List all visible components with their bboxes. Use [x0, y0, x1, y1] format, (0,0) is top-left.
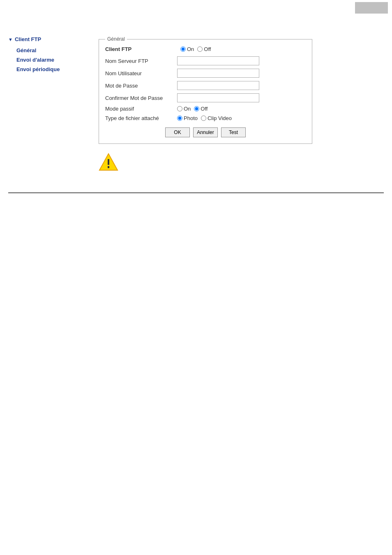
warning-icon: [99, 152, 118, 172]
mode-passif-radio-group: On Off: [177, 106, 208, 112]
type-fichier-row: Type de fichier attaché Photo Clip Video: [105, 115, 306, 121]
nom-utilisateur-row: Nom Utilisateur: [105, 69, 306, 78]
svg-rect-2: [108, 166, 109, 168]
sidebar-section-title-label: Client FTP: [15, 36, 41, 42]
nom-utilisateur-input[interactable]: [177, 69, 259, 78]
sidebar-section-client-ftp[interactable]: ▼ Client FTP: [8, 36, 86, 42]
mot-de-passe-input[interactable]: [177, 81, 259, 90]
confirmer-mot-label: Confirmer Mot de Passe: [105, 95, 177, 101]
client-ftp-label: Client FTP: [105, 46, 177, 52]
arrow-icon: ▼: [8, 37, 13, 42]
mode-passif-on-radio[interactable]: [177, 106, 182, 111]
nom-serveur-row: Nom Serveur FTP: [105, 56, 306, 65]
test-button[interactable]: Test: [221, 127, 246, 137]
main-content: ▼ Client FTP Général Envoi d'alarme Envo…: [0, 16, 392, 188]
client-ftp-off-label[interactable]: Off: [197, 46, 211, 52]
confirmer-mot-row: Confirmer Mot de Passe: [105, 93, 306, 102]
content-panel: Général Client FTP On Off Nom Serve: [86, 24, 388, 180]
client-ftp-on-radio[interactable]: [180, 46, 186, 52]
client-ftp-off-radio[interactable]: [197, 46, 203, 52]
warning-area: [99, 152, 388, 172]
svg-rect-1: [108, 159, 109, 165]
mode-passif-off-text: Off: [201, 106, 208, 112]
type-photo-label[interactable]: Photo: [177, 115, 198, 121]
nom-serveur-input[interactable]: [177, 56, 259, 65]
buttons-row: OK Annuler Test: [105, 127, 306, 137]
client-ftp-on-label[interactable]: On: [180, 46, 194, 52]
mode-passif-row: Mode passif On Off: [105, 106, 306, 112]
sidebar-item-general[interactable]: Général: [8, 46, 86, 55]
mode-passif-label: Mode passif: [105, 106, 177, 112]
general-fieldset: Général Client FTP On Off Nom Serve: [99, 36, 312, 144]
type-clip-label[interactable]: Clip Video: [201, 115, 232, 121]
mode-passif-on-label[interactable]: On: [177, 106, 191, 112]
sidebar: ▼ Client FTP Général Envoi d'alarme Envo…: [8, 36, 86, 180]
type-clip-text: Clip Video: [208, 115, 232, 121]
type-photo-text: Photo: [184, 115, 198, 121]
type-fichier-radio-group: Photo Clip Video: [177, 115, 232, 121]
ok-button[interactable]: OK: [165, 127, 190, 137]
nom-utilisateur-label: Nom Utilisateur: [105, 70, 177, 76]
top-bar: [0, 0, 392, 16]
type-photo-radio[interactable]: [177, 116, 182, 121]
fieldset-legend: Général: [105, 36, 127, 42]
confirmer-mot-input[interactable]: [177, 93, 259, 102]
mot-de-passe-label: Mot de Passe: [105, 83, 177, 89]
client-ftp-on-text: On: [187, 46, 194, 52]
annuler-button[interactable]: Annuler: [193, 127, 218, 137]
mode-passif-off-radio[interactable]: [194, 106, 199, 111]
client-ftp-radio-group: On Off: [180, 46, 211, 52]
mode-passif-off-label[interactable]: Off: [194, 106, 208, 112]
sidebar-item-periodic[interactable]: Envoi périodique: [8, 65, 86, 74]
bottom-divider: [8, 192, 384, 193]
mot-de-passe-row: Mot de Passe: [105, 81, 306, 90]
nom-serveur-label: Nom Serveur FTP: [105, 58, 177, 64]
top-bar-button[interactable]: [355, 2, 388, 14]
sidebar-item-alarm[interactable]: Envoi d'alarme: [8, 55, 86, 65]
client-ftp-off-text: Off: [204, 46, 211, 52]
type-fichier-label: Type de fichier attaché: [105, 115, 177, 121]
client-ftp-row: Client FTP On Off: [105, 46, 306, 52]
mode-passif-on-text: On: [184, 106, 191, 112]
type-clip-radio[interactable]: [201, 116, 206, 121]
